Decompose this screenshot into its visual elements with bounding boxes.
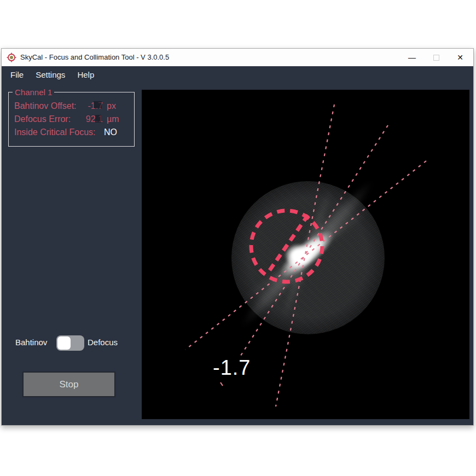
menu-help[interactable]: Help bbox=[77, 70, 94, 79]
star-image-view[interactable]: -1.7 bbox=[142, 90, 469, 419]
maximize-button[interactable] bbox=[424, 49, 448, 66]
close-icon: ✕ bbox=[457, 53, 463, 62]
value-flicker-artifact bbox=[95, 115, 101, 123]
minimize-icon: — bbox=[408, 49, 416, 66]
channel-panel: Channel 1 Bahtinov Offset: -1.7 px Defoc… bbox=[8, 92, 135, 147]
menu-settings[interactable]: Settings bbox=[36, 70, 65, 79]
value-flicker-artifact bbox=[94, 101, 102, 108]
toggle-knob bbox=[57, 336, 71, 350]
defocus-error-unit: µm bbox=[107, 113, 119, 126]
maximize-icon bbox=[433, 55, 439, 61]
channel-readouts: Bahtinov Offset: -1.7 px Defocus Error: … bbox=[9, 100, 134, 139]
spike-line-vertical bbox=[276, 105, 334, 407]
critical-focus-value: NO bbox=[104, 126, 117, 139]
close-button[interactable]: ✕ bbox=[448, 49, 472, 66]
critical-focus-row: Inside Critical Focus: NO bbox=[9, 126, 134, 139]
mode-toggle-row: Bahtinov Defocus bbox=[2, 335, 142, 351]
channel-panel-title: Channel 1 bbox=[13, 88, 54, 97]
app-icon bbox=[7, 53, 16, 62]
toggle-defocus-label: Defocus bbox=[88, 338, 118, 347]
titlebar: SkyCal - Focus and Collimation Tool - V … bbox=[2, 49, 473, 66]
defocus-error-label: Defocus Error: bbox=[14, 114, 71, 124]
toggle-bahtinov-label: Bahtinov bbox=[15, 338, 47, 347]
mode-toggle-switch[interactable] bbox=[56, 335, 84, 351]
bahtinov-offset-unit: px bbox=[107, 100, 116, 113]
defocus-error-row: Defocus Error: 92.1 µm bbox=[9, 113, 134, 126]
app-window: SkyCal - Focus and Collimation Tool - V … bbox=[1, 48, 474, 426]
window-controls: — ✕ bbox=[400, 49, 472, 66]
offset-diameter-line bbox=[267, 215, 308, 274]
window-title: SkyCal - Focus and Collimation Tool - V … bbox=[20, 49, 169, 66]
stop-button[interactable]: Stop bbox=[22, 371, 115, 397]
bahtinov-offset-row: Bahtinov Offset: -1.7 px bbox=[9, 100, 134, 113]
spike-line-fragment bbox=[220, 382, 223, 386]
critical-focus-label: Inside Critical Focus: bbox=[14, 127, 96, 137]
menu-file[interactable]: File bbox=[10, 70, 24, 79]
menubar: File Settings Help bbox=[2, 66, 473, 83]
spike-line-middle bbox=[240, 125, 388, 357]
offset-value-annotation: -1.7 bbox=[213, 356, 251, 380]
minimize-button[interactable]: — bbox=[400, 49, 424, 66]
bahtinov-offset-label: Bahtinov Offset: bbox=[14, 101, 77, 111]
bahtinov-overlay bbox=[142, 90, 469, 419]
spike-line-shallow bbox=[185, 161, 426, 350]
